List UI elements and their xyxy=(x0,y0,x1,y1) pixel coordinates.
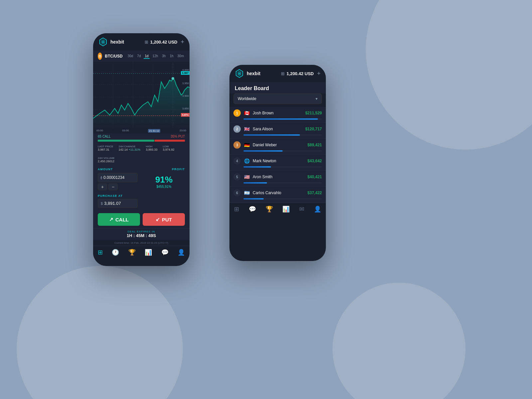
tf-7d[interactable]: 7d xyxy=(136,54,142,59)
rank-badge-6: 6 xyxy=(233,189,241,197)
balance-left: 1,200.42 USD xyxy=(150,40,178,45)
flag-gb: 🇬🇧 xyxy=(243,126,250,132)
amount-col: ₿ 0.00001234 + − xyxy=(98,173,140,190)
tf-3h[interactable]: 3h xyxy=(161,54,167,59)
left-bottom-nav: ⊞ 🕐 🏆 📊 💬 👤 xyxy=(93,246,190,257)
time-0300: 03:00 xyxy=(122,129,129,133)
lb-name-1: Josh Brown xyxy=(253,111,305,115)
dollar-symbol: $ xyxy=(101,201,103,205)
nav-message-right[interactable]: ✉ xyxy=(299,205,304,213)
nav-user-right[interactable]: 👤 xyxy=(314,205,321,213)
put-button[interactable]: ↙ PUT xyxy=(143,213,185,226)
lb-amount-2: $120,717 xyxy=(305,127,322,131)
filter-dropdown[interactable]: Worldwide ▾ xyxy=(233,93,322,104)
amount-value: 0.00001234 xyxy=(103,175,124,180)
lb-amount-3: $89,421 xyxy=(308,143,322,147)
lb-progress-fill-5 xyxy=(243,182,267,184)
nav-grid-right[interactable]: ⊞ xyxy=(234,205,239,213)
lb-amount-4: $43,642 xyxy=(308,159,322,163)
put-percentage: 35% PUT xyxy=(171,135,185,138)
right-header: H hexbit ⊞ 1,200.42 USD + xyxy=(229,65,326,82)
rank-badge-4: 4 xyxy=(233,157,241,165)
add-funds-button-left[interactable]: + xyxy=(181,39,184,46)
lb-entry-1: 1 🇨🇦 Josh Brown $211,529 xyxy=(229,107,326,123)
bg-decoration-3 xyxy=(332,283,466,399)
price-chart: 4,000 3,987 3,950 3,900 3,850 3,871 xyxy=(93,62,190,128)
call-button[interactable]: ↗ CALL xyxy=(98,213,140,226)
lb-progress-fill-6 xyxy=(243,198,264,200)
call-percentage: 65 CALL xyxy=(98,135,111,138)
lb-entry-6: 6 🇦🇷 Carlos Carvahlo $37,422 xyxy=(229,187,326,202)
lb-entry-4: 4 🌐 Mark Newton $43,642 xyxy=(229,155,326,171)
brand-left: hexbit xyxy=(110,39,145,45)
price-tag-3871: 3,871 xyxy=(181,113,190,117)
flag-ar: 🇦🇷 xyxy=(243,190,250,196)
lb-progress-fill-1 xyxy=(243,118,318,120)
lb-progress-1 xyxy=(243,118,322,120)
lb-name-6: Carlos Carvahlo xyxy=(253,191,308,195)
left-header: H hexbit ⊞ 1,200.42 USD + xyxy=(93,33,190,51)
nav-chat-left[interactable]: 💬 xyxy=(161,249,169,256)
lb-progress-3 xyxy=(243,150,322,152)
price-3950: 3,950 xyxy=(182,82,189,85)
expires-time: 1H : 45M : 49S xyxy=(93,233,190,238)
purchase-value: 3,891.07 xyxy=(104,201,121,206)
add-funds-button-right[interactable]: + xyxy=(317,70,321,77)
nav-user-left[interactable]: 👤 xyxy=(178,249,185,256)
trading-pair-bar: B BTC/USD 30d 7d 1d 12h 3h 1h 30m xyxy=(93,51,190,62)
lb-name-4: Mark Newton xyxy=(253,159,308,163)
decrement-button[interactable]: − xyxy=(108,184,118,190)
increment-button[interactable]: + xyxy=(98,184,107,190)
nav-trophy-left[interactable]: 🏆 xyxy=(128,249,136,256)
lb-name-5: Aron Smith xyxy=(253,175,308,179)
nav-bubble-right[interactable]: 💬 xyxy=(249,205,256,213)
right-bottom-nav: ⊞ 💬 🏆 📊 ✉ 👤 xyxy=(229,202,326,214)
profit-label: PROFIT xyxy=(172,168,185,171)
lb-name-2: Sara Alison xyxy=(253,127,305,131)
nav-chart-left[interactable]: 📊 xyxy=(145,249,152,256)
lb-row-6: 6 🇦🇷 Carlos Carvahlo $37,422 xyxy=(233,189,322,197)
chevron-down-icon: ▾ xyxy=(316,96,318,101)
action-buttons: ↗ CALL ↙ PUT xyxy=(93,210,190,228)
lb-progress-6 xyxy=(243,198,322,200)
purchase-input[interactable]: $ 3,891.07 xyxy=(98,199,138,208)
btc-icon: B xyxy=(98,53,102,60)
hexbit-logo-right: H xyxy=(235,69,244,78)
tf-12h[interactable]: 12h xyxy=(152,54,159,59)
tf-1d[interactable]: 1d xyxy=(144,54,149,59)
profit-usd: $455,91% xyxy=(156,185,171,189)
wallet-icon-left: ⊞ xyxy=(145,40,148,45)
amount-input[interactable]: ₿ 0.00001234 xyxy=(98,173,138,182)
time-current: 21:31:12 xyxy=(148,129,160,133)
lb-progress-5 xyxy=(243,182,322,184)
stat-high: HIGH 3,993.33 xyxy=(146,145,157,151)
price-3900: 3,900 xyxy=(182,94,189,97)
tf-30d[interactable]: 30d xyxy=(127,54,134,59)
current-time-bar: Current time: 14 Feb, 2019 22:31:23 (UTC… xyxy=(93,240,190,246)
bg-decoration-2 xyxy=(17,266,183,399)
tf-30m[interactable]: 30m xyxy=(177,54,185,59)
flag-globe: 🌐 xyxy=(243,158,250,164)
nav-grid-left[interactable]: ⊞ xyxy=(98,249,103,256)
right-phone: H hexbit ⊞ 1,200.42 USD + Leader Board W… xyxy=(229,65,326,261)
expires-section: DEAL EXPIRES IN 1H : 45M : 49S xyxy=(93,228,190,240)
current-time: Current time: 14 Feb, 2019 22:31:23 (UTC… xyxy=(114,241,168,244)
rank-badge-5: 5 xyxy=(233,173,241,181)
purchase-section: PURCHASE AT $ 3,891.07 xyxy=(93,193,190,210)
lb-amount-5: $40,421 xyxy=(308,175,322,179)
nav-trophy-right[interactable]: 🏆 xyxy=(266,205,273,213)
leaderboard-title: Leader Board xyxy=(229,82,326,93)
rank-badge-2: 2 xyxy=(233,125,241,133)
rank-badge-3: 3 xyxy=(233,141,241,149)
lb-row-1: 1 🇨🇦 Josh Brown $211,529 xyxy=(233,109,322,117)
time-0000: 00:00 xyxy=(96,129,103,133)
lb-progress-fill-4 xyxy=(243,166,271,168)
lb-amount-1: $211,529 xyxy=(305,111,322,115)
lb-progress-fill-2 xyxy=(243,134,300,136)
tf-1h[interactable]: 1h xyxy=(169,54,174,59)
nav-clock-left[interactable]: 🕐 xyxy=(112,249,119,256)
lb-row-5: 5 🇺🇸 Aron Smith $40,421 xyxy=(233,173,322,181)
time-bar: 00:00 03:00 21:31:12 23:00 xyxy=(93,128,190,133)
lb-row-4: 4 🌐 Mark Newton $43,642 xyxy=(233,157,322,165)
nav-chart-right[interactable]: 📊 xyxy=(282,205,290,213)
